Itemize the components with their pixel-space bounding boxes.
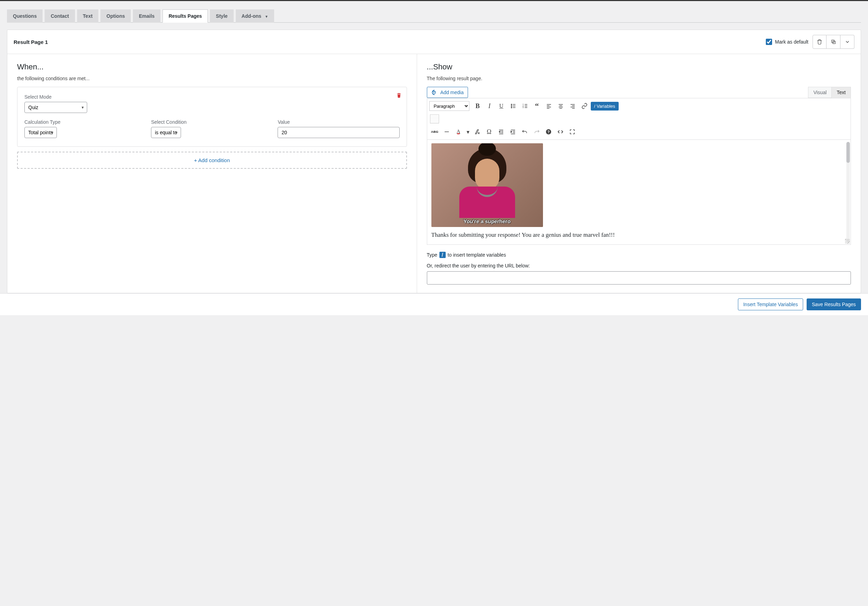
delete-page-button[interactable]: [812, 35, 826, 49]
show-pane: ...Show The following result page. Add m…: [417, 54, 861, 293]
editor-mode-tabs: Visual Text: [808, 87, 851, 98]
copy-icon: [831, 39, 836, 45]
image-caption: You're a superhero: [431, 218, 543, 224]
calc-type-select[interactable]: Total points: [25, 127, 57, 138]
media-icon: [431, 89, 438, 96]
calc-type-label: Calculation Type: [25, 119, 146, 125]
card-action-buttons: [812, 35, 854, 49]
show-title: ...Show: [427, 62, 851, 71]
when-subtitle: the following conditions are met...: [17, 76, 407, 81]
svg-point-5: [511, 107, 512, 108]
tab-addons[interactable]: Add-ons ▼: [236, 9, 274, 23]
fullscreen-button[interactable]: [567, 126, 578, 137]
indent-button[interactable]: [507, 126, 519, 137]
card-header: Result Page 1 Mark as default: [7, 30, 861, 54]
underline-button[interactable]: U: [496, 101, 507, 112]
numbered-list-button[interactable]: 123: [519, 101, 531, 112]
editor-toolbar: Paragraph B I U 123: [427, 98, 851, 140]
editor-content[interactable]: You're a superhero Thanks for submitting…: [427, 140, 851, 245]
resize-handle-icon[interactable]: [845, 239, 850, 244]
duplicate-page-button[interactable]: [826, 35, 840, 49]
strikethrough-button[interactable]: ABC: [429, 126, 440, 137]
show-subtitle: The following result page.: [427, 76, 851, 81]
trash-icon: [817, 39, 822, 45]
template-hint: Type / to insert template variables: [427, 252, 851, 258]
main-tabs: Questions Contact Text Options Emails Re…: [7, 9, 861, 22]
mark-default-label: Mark as default: [775, 39, 808, 45]
align-right-button[interactable]: [567, 101, 578, 112]
delete-condition-button[interactable]: [396, 92, 402, 98]
tab-options[interactable]: Options: [101, 9, 131, 23]
svg-text:3: 3: [522, 106, 524, 108]
align-center-button[interactable]: [555, 101, 566, 112]
tab-emails[interactable]: Emails: [133, 9, 160, 23]
redirect-url-input[interactable]: [427, 271, 851, 285]
result-body-text[interactable]: Thanks for submitting your response! You…: [431, 231, 616, 240]
align-left-button[interactable]: [543, 101, 555, 112]
code-button[interactable]: [555, 126, 566, 137]
chevron-down-icon: ▼: [265, 15, 268, 19]
text-color-dropdown[interactable]: ▾: [465, 126, 471, 137]
italic-button[interactable]: I: [484, 101, 495, 112]
tab-addons-label: Add-ons: [242, 13, 262, 19]
special-char-button[interactable]: Ω: [484, 126, 495, 137]
redo-button[interactable]: [531, 126, 542, 137]
chevron-down-icon: [845, 39, 850, 45]
paragraph-select[interactable]: Paragraph: [429, 101, 470, 111]
when-title: When...: [17, 62, 407, 71]
collapse-page-button[interactable]: [840, 35, 854, 49]
bullet-list-button[interactable]: [508, 101, 519, 112]
editor-scrollbar[interactable]: [846, 142, 850, 242]
tab-text[interactable]: Text: [77, 9, 99, 23]
tab-questions[interactable]: Questions: [7, 9, 43, 23]
result-page-card: Result Page 1 Mark as default: [7, 29, 861, 293]
help-button[interactable]: ?: [543, 126, 554, 137]
hint-prefix: Type: [427, 252, 437, 258]
editor: Paragraph B I U 123: [427, 98, 851, 245]
footer-actions: Insert Template Variables Save Results P…: [0, 293, 868, 315]
result-image[interactable]: You're a superhero: [431, 143, 543, 227]
svg-point-4: [511, 105, 512, 106]
mark-default-checkbox[interactable]: Mark as default: [766, 39, 808, 45]
slash-badge: /: [439, 252, 446, 258]
visual-tab[interactable]: Visual: [808, 87, 832, 98]
color-swatch[interactable]: [430, 115, 439, 124]
text-color-button[interactable]: A: [453, 126, 464, 137]
card-body: When... the following conditions are met…: [7, 54, 861, 293]
insert-template-variables-button[interactable]: Insert Template Variables: [738, 299, 803, 310]
condition-box: Select Mode Quiz Calculation Type Total …: [17, 87, 407, 147]
condition-select[interactable]: is equal to: [151, 127, 181, 138]
redirect-label: Or, redirect the user by entering the UR…: [427, 263, 851, 268]
when-pane: When... the following conditions are met…: [7, 54, 417, 293]
clear-formatting-button[interactable]: [472, 126, 483, 137]
add-condition-button[interactable]: + Add condition: [17, 152, 407, 169]
add-media-label: Add media: [440, 90, 464, 95]
svg-point-3: [511, 104, 512, 105]
mode-label: Select Mode: [25, 94, 400, 100]
outdent-button[interactable]: [496, 126, 507, 137]
link-button[interactable]: [579, 101, 590, 112]
text-tab[interactable]: Text: [832, 87, 851, 98]
svg-point-2: [433, 91, 434, 93]
add-media-button[interactable]: Add media: [427, 87, 468, 98]
tab-results-pages[interactable]: Results Pages: [163, 9, 208, 23]
mark-default-input[interactable]: [766, 39, 772, 45]
mode-select[interactable]: Quiz: [25, 102, 87, 113]
hint-suffix: to insert template variables: [448, 252, 506, 258]
variables-button[interactable]: / Variables: [591, 102, 618, 110]
horizontal-line-button[interactable]: [441, 126, 452, 137]
header-actions: Mark as default: [766, 35, 854, 49]
undo-button[interactable]: [519, 126, 530, 137]
card-title: Result Page 1: [14, 39, 48, 45]
value-input[interactable]: [277, 127, 399, 138]
value-label: Value: [277, 119, 399, 125]
condition-label: Select Condition: [151, 119, 273, 125]
bold-button[interactable]: B: [472, 101, 484, 112]
save-results-pages-button[interactable]: Save Results Pages: [807, 299, 861, 310]
svg-text:?: ?: [547, 130, 549, 134]
tab-contact[interactable]: Contact: [45, 9, 74, 23]
tab-style[interactable]: Style: [210, 9, 233, 23]
blockquote-button[interactable]: “: [532, 101, 542, 112]
top-border: [0, 0, 868, 1]
